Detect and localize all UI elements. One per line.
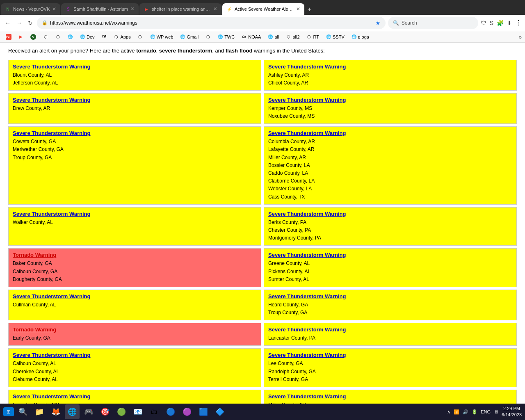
taskbar-lang[interactable]: ENG — [481, 409, 491, 414]
bookmarks-more-button[interactable]: » — [518, 34, 522, 40]
bookmark-3[interactable]: ⬡ — [40, 33, 51, 41]
taskbar-app-11[interactable]: 🟦 — [196, 404, 211, 419]
tab-youtube[interactable]: ▶ shelter in place warning and ev... ✕ — [139, 3, 221, 15]
bookmark-4[interactable]: ⬡ — [52, 33, 63, 41]
tab-news[interactable]: N News - VepurOVK ✕ — [1, 3, 60, 15]
bookmark-star-icon[interactable]: ★ — [375, 20, 381, 26]
alert-card-9[interactable]: Severe Thunderstorm WarningGreene County… — [264, 248, 517, 287]
alert-title-10[interactable]: Severe Thunderstorm Warning — [13, 293, 257, 299]
taskbar-app-10[interactable]: 🟣 — [180, 404, 194, 419]
alert-card-15[interactable]: Severe Thunderstorm WarningLee County, G… — [264, 348, 517, 387]
alert-card-5[interactable]: Severe Thunderstorm WarningColumbia Coun… — [264, 126, 517, 205]
alert-counties-9: Greene County, ALPickens County, ALSumte… — [268, 260, 512, 283]
alert-title-1[interactable]: Severe Thunderstorm Warning — [268, 64, 512, 70]
taskbar-up-arrow[interactable]: ∧ — [447, 409, 450, 415]
alert-title-0[interactable]: Severe Thunderstorm Warning — [13, 64, 257, 70]
taskbar-app-7[interactable]: 📧 — [130, 404, 145, 419]
bookmark-all[interactable]: 🌐 all — [265, 33, 281, 41]
address-bar[interactable]: 🔒 https://www.weatherusa.net/wxwarnings … — [37, 17, 386, 29]
start-button[interactable]: ⊞ — [3, 407, 14, 416]
alert-card-3[interactable]: Severe Thunderstorm WarningKemper County… — [264, 93, 517, 124]
alert-title-5[interactable]: Severe Thunderstorm Warning — [268, 130, 512, 136]
alert-title-12[interactable]: Tornado Warning — [13, 326, 257, 333]
alert-title-2[interactable]: Severe Thunderstorm Warning — [13, 97, 257, 103]
back-button[interactable]: ← — [3, 18, 12, 28]
alert-title-7[interactable]: Severe Thunderstorm Warning — [268, 211, 512, 217]
alert-title-13[interactable]: Severe Thunderstorm Warning — [268, 326, 512, 333]
tab-samir-close[interactable]: ✕ — [130, 6, 135, 12]
alert-title-4[interactable]: Severe Thunderstorm Warning — [13, 130, 257, 136]
search-bar[interactable]: 🔍 Search — [388, 17, 478, 29]
alert-title-15[interactable]: Severe Thunderstorm Warning — [268, 352, 512, 358]
downloads-icon[interactable]: ⬇ — [507, 20, 512, 26]
bookmark-noaa[interactable]: 🗂 NOAA — [239, 33, 263, 41]
bookmark-boga[interactable]: 🌐 в oga — [349, 33, 372, 41]
taskbar-clock[interactable]: 2:29 PM 6/14/2023 — [502, 406, 522, 418]
bookmark-g[interactable]: ⬡ — [203, 33, 213, 41]
alert-counties-6: Walker County, AL — [13, 219, 257, 226]
bookmark-apps[interactable]: ⬡ Apps — [111, 33, 133, 41]
bookmark-maps[interactable]: 🗺 — [99, 33, 110, 41]
alert-card-7[interactable]: Severe Thunderstorm WarningBerks County,… — [264, 207, 517, 246]
taskbar-volume-icon[interactable]: 🔊 — [463, 409, 468, 415]
alert-card-12[interactable]: Tornado WarningEarly County, GA — [8, 323, 261, 346]
tab-weather[interactable]: ⚡ Active Severe Weather Alerts in... ✕ — [222, 3, 304, 15]
bookmark-wpweb[interactable]: 🌐 WP web — [147, 33, 176, 41]
alert-title-8[interactable]: Tornado Warning — [13, 252, 257, 258]
taskbar-firefox[interactable]: 🦊 — [48, 404, 63, 419]
new-tab-button[interactable]: + — [304, 4, 315, 15]
bookmark-dev[interactable]: 🌐 Dev — [77, 33, 97, 41]
taskbar-app-4[interactable]: 🎮 — [81, 404, 96, 419]
alert-card-1[interactable]: Severe Thunderstorm WarningAshley County… — [264, 60, 517, 91]
alert-title-6[interactable]: Severe Thunderstorm Warning — [13, 211, 257, 217]
bookmark-youtube[interactable]: ▶ — [16, 33, 26, 41]
alert-card-2[interactable]: Severe Thunderstorm WarningDrew County, … — [8, 93, 261, 124]
alert-title-16[interactable]: Severe Thunderstorm Warning — [13, 393, 257, 399]
bookmark-sstv[interactable]: 🌐 SSTV — [323, 33, 347, 41]
bookmark-gmail[interactable]: 🌐 Gmail — [177, 33, 201, 41]
tab-news-close[interactable]: ✕ — [52, 6, 56, 12]
bookmark-all2[interactable]: ⬡ all2 — [283, 33, 302, 41]
alert-card-13[interactable]: Severe Thunderstorm WarningLancaster Cou… — [264, 323, 517, 346]
bookmark-twc[interactable]: 🌐 TWC — [215, 33, 237, 41]
menu-icon[interactable]: ⋮ — [515, 19, 522, 27]
alert-card-4[interactable]: Severe Thunderstorm WarningCoweta County… — [8, 126, 261, 205]
alert-title-9[interactable]: Severe Thunderstorm Warning — [268, 252, 512, 258]
profile-icon[interactable]: S — [490, 20, 493, 26]
bookmark-wp-icon[interactable]: ⬡ — [135, 33, 146, 41]
shield-icon[interactable]: 🛡 — [481, 20, 486, 26]
bookmark-v[interactable]: V — [28, 33, 39, 41]
alert-card-6[interactable]: Severe Thunderstorm WarningWalker County… — [8, 207, 261, 246]
alert-title-11[interactable]: Severe Thunderstorm Warning — [268, 293, 512, 299]
forward-button[interactable]: → — [15, 18, 24, 28]
tab-youtube-favicon: ▶ — [144, 6, 149, 12]
alert-title-14[interactable]: Severe Thunderstorm Warning — [13, 352, 257, 358]
taskbar-network-icon[interactable]: 📶 — [454, 409, 459, 415]
taskbar-app-5[interactable]: 🎯 — [98, 404, 112, 419]
taskbar-battery-icon[interactable]: 🔋 — [472, 409, 477, 415]
taskbar-app-8[interactable]: 🗂 — [147, 404, 162, 419]
tab-samir[interactable]: S Samir Sharifullin - Astorium ✕ — [61, 3, 139, 15]
alert-card-11[interactable]: Severe Thunderstorm WarningHeard County,… — [264, 290, 517, 320]
extensions-icon[interactable]: 🧩 — [497, 20, 504, 26]
alert-title-3[interactable]: Severe Thunderstorm Warning — [268, 97, 512, 103]
reload-button[interactable]: ↻ — [26, 18, 34, 28]
alert-card-0[interactable]: Severe Thunderstorm WarningBlount County… — [8, 60, 261, 91]
taskbar-monitor-icon[interactable]: 🖥 — [494, 409, 498, 414]
alert-counties-0: Blount County, ALJefferson County, AL — [13, 71, 257, 87]
bookmark-rt[interactable]: ⬡ RT — [304, 33, 322, 41]
taskbar-app-6[interactable]: 🟢 — [114, 404, 129, 419]
taskbar-app-12[interactable]: 🔷 — [212, 404, 227, 419]
taskbar-search[interactable]: 🔍 — [16, 404, 30, 419]
bookmark-5[interactable]: 🌐 — [65, 33, 75, 41]
alert-card-10[interactable]: Severe Thunderstorm WarningCullman Count… — [8, 290, 261, 320]
taskbar-chrome[interactable]: 🌐 — [65, 404, 80, 419]
tab-youtube-close[interactable]: ✕ — [213, 6, 217, 12]
alert-card-8[interactable]: Tornado WarningBaker County, GACalhoun C… — [8, 248, 261, 287]
tab-weather-close[interactable]: ✕ — [296, 6, 300, 12]
taskbar-app-9[interactable]: 🔵 — [163, 404, 178, 419]
taskbar-file-explorer[interactable]: 📁 — [32, 404, 47, 419]
alert-title-17[interactable]: Severe Thunderstorm Warning — [268, 393, 512, 399]
alert-card-14[interactable]: Severe Thunderstorm WarningCalhoun Count… — [8, 348, 261, 387]
bookmark-bt[interactable]: BT — [3, 33, 14, 41]
